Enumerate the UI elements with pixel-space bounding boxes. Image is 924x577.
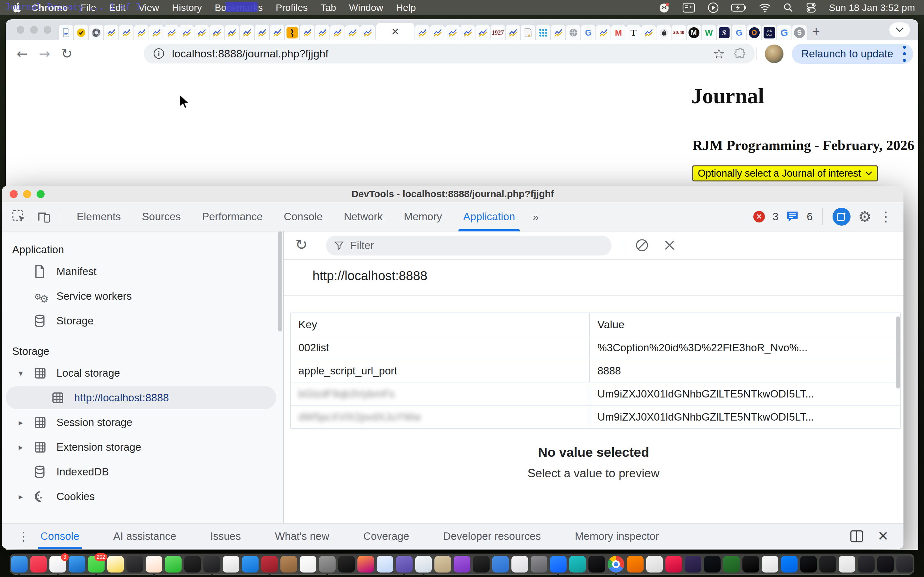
browser-tab[interactable]	[285, 25, 299, 40]
browser-tab[interactable]: 1927	[491, 25, 505, 40]
dock-icon-bluetooth[interactable]	[781, 556, 798, 572]
tab-search-button[interactable]	[889, 23, 910, 37]
control-center-icon[interactable]	[806, 2, 817, 13]
dock-icon-app-gray[interactable]	[531, 556, 548, 572]
browser-tab[interactable]: 20:40	[672, 25, 686, 40]
message-count[interactable]: 6	[806, 211, 813, 223]
window-controls-inactive[interactable]	[17, 26, 51, 34]
close-drawer-icon[interactable]: ✕	[877, 528, 889, 544]
sidebar-item-local-storage[interactable]: ▾Local storage	[2, 361, 283, 385]
tab-performance[interactable]: Performance	[192, 202, 273, 231]
dock-icon-app-light-2[interactable]	[838, 556, 855, 572]
battery-icon[interactable]	[731, 3, 746, 12]
browser-tab[interactable]	[134, 25, 149, 40]
minimize-window-button[interactable]	[30, 26, 38, 34]
browser-tab[interactable]	[179, 25, 194, 40]
zoom-window-button[interactable]	[37, 190, 45, 198]
dock-icon-app-white[interactable]	[646, 556, 663, 572]
dock-icon-messages[interactable]: 202	[88, 556, 105, 572]
menu-item-profiles[interactable]: Profiles	[276, 2, 308, 13]
tab-console[interactable]: Console	[273, 202, 333, 231]
table-row[interactable]: 002list%3Coption%20id%3D%22FtE3hoR_Nvo%.…	[291, 336, 900, 359]
dock-icon-facetime[interactable]	[165, 556, 182, 572]
sidebar-scrollbar[interactable]	[278, 231, 282, 332]
drawer-menu-icon[interactable]: ⋮	[17, 530, 29, 542]
sidebar-item-service-workers[interactable]: ⚙⚙Service workers	[2, 284, 283, 308]
refresh-icon[interactable]: ↻	[295, 237, 308, 252]
dock-icon-finder[interactable]	[11, 556, 27, 572]
menu-item-view[interactable]: View	[138, 2, 159, 13]
storage-origin[interactable]: http://localhost:8888	[312, 269, 427, 283]
drawer-tab-console[interactable]: Console	[40, 524, 79, 549]
site-info-icon[interactable]	[153, 47, 165, 60]
minimize-window-button[interactable]	[23, 190, 31, 198]
tree-collapsed-icon[interactable]: ▸	[19, 442, 23, 452]
menu-item-edit[interactable]: Edit	[109, 2, 126, 13]
storage-value[interactable]: Um9iZXJ0X01ldGNhbGZlLTE5NTkwODI5LT...	[590, 406, 900, 428]
browser-tab[interactable]	[506, 25, 520, 40]
wifi-icon[interactable]	[759, 3, 771, 13]
new-tab-button[interactable]: +	[807, 23, 825, 40]
dock-icon-news[interactable]	[300, 556, 317, 572]
dock-icon-app-black[interactable]	[704, 556, 720, 572]
browser-tab[interactable]: S	[717, 25, 731, 40]
browser-tab[interactable]	[59, 25, 73, 40]
relaunch-button[interactable]: Relaunch to update •••	[792, 44, 913, 64]
browser-tab[interactable]	[270, 25, 284, 40]
sidebar-item-http-localhost-8888[interactable]: http://localhost:8888	[2, 385, 283, 410]
inspect-element-icon[interactable]	[11, 210, 26, 224]
browser-tab[interactable]	[345, 25, 360, 40]
table-row[interactable]: dW5pcXVlX2pvdXJuYWwUm9iZXJ0X01ldGNhbGZlL…	[291, 406, 900, 429]
browser-tab[interactable]	[89, 25, 103, 40]
dock-icon-terminal-exec-2[interactable]	[473, 556, 489, 572]
dock-icon-reminders[interactable]: 3	[49, 556, 66, 572]
storage-key[interactable]: bGlzdF9qb3VybmFs	[291, 382, 590, 405]
error-badge-icon[interactable]: ✕	[753, 211, 765, 222]
bookmark-star-icon[interactable]: ☆	[713, 47, 725, 61]
drawer-tab-what-s-new[interactable]: What's new	[275, 524, 330, 549]
browser-tab[interactable]	[475, 25, 490, 40]
browser-tab[interactable]	[330, 25, 344, 40]
dock-icon-mail[interactable]	[69, 556, 86, 572]
menu-item-history[interactable]: History	[172, 2, 202, 13]
window-switcher-icon[interactable]	[682, 3, 695, 13]
browser-tab[interactable]	[596, 25, 611, 40]
browser-tab[interactable]: britbox	[762, 25, 776, 40]
sidebar-item-session-storage[interactable]: ▸Session storage	[2, 410, 283, 435]
dock-icon-zoom[interactable]	[550, 556, 567, 572]
menu-item-help[interactable]: Help	[396, 2, 416, 13]
column-header-key[interactable]: Key	[291, 313, 590, 336]
drawer-tab-developer-resources[interactable]: Developer resources	[443, 524, 541, 549]
drawer-tab-issues[interactable]: Issues	[210, 524, 241, 549]
sidebar-item-storage[interactable]: Storage	[2, 308, 283, 333]
browser-tab[interactable]: G	[732, 25, 746, 40]
dock-icon-firefox[interactable]	[357, 556, 374, 572]
browser-tab[interactable]: S	[792, 25, 806, 40]
filter-input[interactable]: Filter	[326, 235, 612, 255]
browser-tab[interactable]	[300, 25, 314, 40]
browser-tab[interactable]	[521, 25, 535, 40]
dock-icon-app-store[interactable]	[242, 556, 258, 572]
browser-tab[interactable]	[210, 25, 224, 40]
dock-icon-calculator[interactable]	[204, 556, 220, 572]
browser-tab[interactable]	[415, 25, 430, 40]
sidebar-item-manifest[interactable]: Manifest	[2, 259, 283, 284]
browser-tab[interactable]	[656, 25, 671, 40]
browser-tab[interactable]: M	[611, 25, 626, 40]
menu-app-name[interactable]: Chrome	[31, 2, 68, 13]
table-row[interactable]: apple_script_url_port8888	[291, 359, 900, 382]
storage-key[interactable]: apple_script_url_port	[291, 359, 590, 382]
dock-icon-photo-viewer[interactable]	[435, 556, 451, 572]
dock-icon-vlc[interactable]	[627, 556, 644, 572]
dock-icon-app-blue[interactable]	[492, 556, 509, 572]
dock-icon-network-blocked[interactable]	[376, 556, 393, 572]
drawer-tab-ai-assistance[interactable]: AI assistance	[113, 524, 176, 549]
dock-icon-notes[interactable]	[107, 556, 124, 572]
column-header-value[interactable]: Value	[590, 313, 900, 336]
tree-expanded-icon[interactable]: ▾	[19, 368, 23, 378]
tab-elements[interactable]: Elements	[66, 202, 132, 231]
sidebar-item-extension-storage[interactable]: ▸Extension storage	[2, 435, 283, 459]
dock-icon-music[interactable]	[30, 556, 47, 572]
back-button[interactable]: ←	[17, 47, 28, 61]
close-window-button[interactable]	[17, 26, 24, 34]
